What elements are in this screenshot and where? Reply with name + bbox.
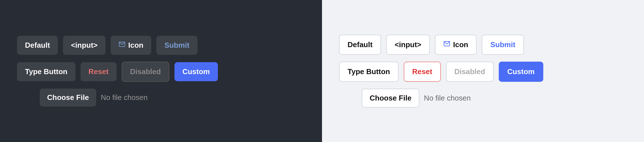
light-reset-label: Reset [412, 67, 432, 76]
light-icon-button[interactable]: Icon [435, 35, 477, 55]
dark-typebutton-button[interactable]: Type Button [17, 62, 75, 81]
light-input-label: <input> [395, 40, 421, 49]
light-custom-button[interactable]: Custom [499, 62, 543, 82]
light-default-button[interactable]: Default [339, 35, 381, 55]
dark-custom-button[interactable]: Custom [174, 62, 218, 81]
light-custom-label: Custom [507, 67, 535, 76]
light-submit-label: Submit [490, 40, 515, 49]
light-typebutton-label: Type Button [348, 67, 390, 76]
light-disabled-label: Disabled [454, 67, 485, 76]
dark-choose-file-button[interactable]: Choose File [40, 89, 96, 106]
light-choose-file-button[interactable]: Choose File [362, 89, 419, 108]
light-reset-button[interactable]: Reset [404, 62, 441, 82]
light-input-button[interactable]: <input> [386, 35, 430, 55]
envelope-icon-light [443, 40, 450, 49]
dark-disabled-button: Disabled [122, 62, 169, 82]
dark-file-row: Choose File No file chosen [40, 89, 305, 106]
light-file-row: Choose File No file chosen [362, 89, 627, 108]
dark-input-button[interactable]: <input> [63, 36, 106, 55]
dark-reset-button[interactable]: Reset [81, 62, 117, 81]
dark-custom-label: Custom [182, 67, 210, 76]
light-row-2: Type Button Reset Disabled Custom [339, 62, 627, 82]
light-panel: Default <input> Icon Submit Type Button … [322, 0, 644, 142]
light-default-label: Default [348, 40, 372, 49]
envelope-icon [119, 41, 125, 50]
dark-panel: Default <input> Icon Submit Type Button … [0, 0, 322, 142]
dark-default-label: Default [25, 41, 50, 50]
dark-disabled-label: Disabled [130, 67, 161, 76]
dark-submit-button[interactable]: Submit [156, 36, 197, 55]
dark-icon-label: Icon [128, 41, 143, 50]
dark-no-file-label: No file chosen [101, 93, 148, 102]
light-typebutton-button[interactable]: Type Button [339, 62, 399, 82]
dark-default-button[interactable]: Default [17, 36, 58, 55]
dark-choose-file-label: Choose File [47, 93, 89, 102]
dark-icon-button[interactable]: Icon [111, 36, 151, 55]
light-no-file-label: No file chosen [424, 94, 471, 103]
dark-submit-label: Submit [164, 41, 189, 50]
dark-row-2: Type Button Reset Disabled Custom [17, 62, 305, 82]
dark-reset-label: Reset [89, 67, 109, 76]
light-row-1: Default <input> Icon Submit [339, 35, 627, 55]
dark-input-label: <input> [71, 41, 98, 50]
dark-typebutton-label: Type Button [25, 67, 68, 76]
dark-row-1: Default <input> Icon Submit [17, 36, 305, 55]
light-icon-label: Icon [453, 40, 468, 49]
light-choose-file-label: Choose File [370, 94, 411, 102]
light-submit-button[interactable]: Submit [482, 35, 524, 55]
light-disabled-button: Disabled [446, 62, 494, 82]
